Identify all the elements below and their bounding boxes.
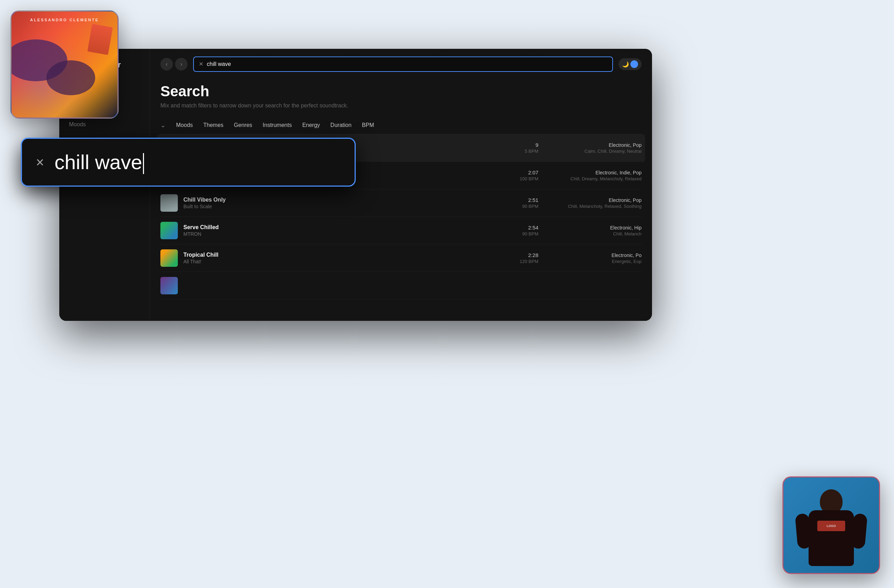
track-name: Serve Chilled — [183, 224, 505, 231]
avatar-bottomright: LOGO — [782, 476, 880, 574]
track-duration: 9 5 BPM — [510, 142, 538, 154]
filter-themes[interactable]: Themes — [203, 122, 224, 128]
track-thumbnail — [160, 249, 178, 267]
track-time: 9 — [510, 142, 538, 148]
search-bar[interactable]: ✕ — [193, 56, 613, 72]
table-row[interactable] — [160, 272, 642, 299]
nav-arrows: ‹ › — [160, 58, 187, 71]
filter-bar: ⌄ Moods Themes Genres Instruments Energy… — [160, 116, 642, 134]
track-genre: Electronic, Hip — [544, 225, 642, 231]
track-duration: 2:51 90 BPM — [510, 197, 538, 209]
big-search-clear-button[interactable]: × — [36, 155, 44, 169]
search-clear-button[interactable]: ✕ — [199, 61, 203, 67]
track-tags: Electronic, Indie, Pop Chill, Dreamy, Me… — [544, 170, 642, 181]
moon-icon: 🌙 — [622, 61, 629, 68]
track-artist: Built to Scale — [183, 204, 505, 209]
track-info: Chill Vibes Only Built to Scale — [183, 197, 505, 209]
track-time: 2:28 — [510, 252, 538, 258]
track-tags: Electronic, Pop Calm, Chill, Dreamy, Neu… — [544, 142, 642, 154]
track-mood: Calm, Chill, Dreamy, Neutral — [544, 148, 642, 154]
top-bar: ‹ › ✕ 🌙 — [150, 49, 652, 80]
track-time: 2:51 — [510, 197, 538, 203]
track-info: Serve Chilled MTRON — [183, 224, 505, 237]
filter-duration[interactable]: Duration — [331, 122, 352, 128]
track-bpm: 120 BPM — [510, 259, 538, 264]
table-row[interactable]: Tropical Chill All That! 2:28 120 BPM El… — [160, 245, 642, 272]
back-button[interactable]: ‹ — [160, 58, 173, 71]
track-artist: All That! — [183, 259, 505, 265]
track-duration: 2:28 120 BPM — [510, 252, 538, 264]
track-bpm: 90 BPM — [510, 231, 538, 236]
theme-toggle[interactable]: 🌙 — [619, 58, 642, 70]
track-genre: Electronic, Pop — [544, 197, 642, 203]
track-info: Tropical Chill All That! — [183, 252, 505, 265]
filter-chevron-icon[interactable]: ⌄ — [160, 121, 166, 129]
album-artist-name: ALESSANDRO CLEMENTE — [12, 18, 118, 22]
table-row[interactable]: Serve Chilled MTRON 2:54 90 BPM Electron… — [160, 217, 642, 245]
track-name — [183, 283, 642, 289]
table-row[interactable]: Chill Vibes Only Built to Scale 2:51 90 … — [160, 189, 642, 217]
text-cursor — [143, 153, 144, 174]
track-thumbnail — [160, 222, 178, 239]
filter-genres[interactable]: Genres — [234, 122, 252, 128]
big-search-overlay[interactable]: × chill wave — [21, 138, 356, 187]
filter-bpm[interactable]: BPM — [362, 122, 374, 128]
track-time: 2:07 — [510, 169, 538, 175]
track-bpm: 5 BPM — [510, 148, 538, 154]
track-name: Chill Vibes Only — [183, 197, 505, 203]
page-subtitle: Mix and match filters to narrow down you… — [160, 103, 642, 109]
track-name: Tropical Chill — [183, 252, 505, 258]
track-genre: Electronic, Indie, Pop — [544, 170, 642, 175]
track-duration: 2:54 90 BPM — [510, 225, 538, 236]
track-duration: 2:07 100 BPM — [510, 169, 538, 181]
track-tags: Electronic, Pop Chill, Melancholy, Relax… — [544, 197, 642, 209]
track-tags: Electronic, Po Energetic, Eup — [544, 252, 642, 264]
forward-button[interactable]: › — [175, 58, 187, 71]
page-content: Search Mix and match filters to narrow d… — [150, 80, 652, 321]
track-time: 2:54 — [510, 225, 538, 231]
track-genre: Electronic, Pop — [544, 142, 642, 148]
search-input[interactable] — [207, 61, 607, 67]
big-search-text: chill wave — [54, 150, 341, 174]
track-artist: MTRON — [183, 231, 505, 237]
track-tags: Electronic, Hip Chill, Melanch — [544, 225, 642, 236]
sidebar-item-moods[interactable]: Moods — [59, 116, 150, 133]
filter-instruments[interactable]: Instruments — [263, 122, 292, 128]
track-genre: Electronic, Po — [544, 252, 642, 258]
track-bpm: 90 BPM — [510, 204, 538, 209]
filter-energy[interactable]: Energy — [302, 122, 320, 128]
track-mood: Chill, Melancholy, Relaxed, Soothing — [544, 204, 642, 209]
track-thumbnail — [160, 277, 178, 294]
track-info — [183, 283, 642, 289]
theme-circle — [630, 60, 638, 68]
track-thumbnail — [160, 194, 178, 212]
track-mood: Chill, Dreamy, Melancholy, Relaxed — [544, 176, 642, 181]
track-mood: Chill, Melanch — [544, 231, 642, 236]
album-art-topleft: ALESSANDRO CLEMENTE — [11, 11, 119, 119]
filter-moods[interactable]: Moods — [176, 122, 193, 128]
track-bpm: 100 BPM — [510, 176, 538, 181]
track-mood: Energetic, Eup — [544, 259, 642, 264]
page-title: Search — [160, 83, 642, 100]
